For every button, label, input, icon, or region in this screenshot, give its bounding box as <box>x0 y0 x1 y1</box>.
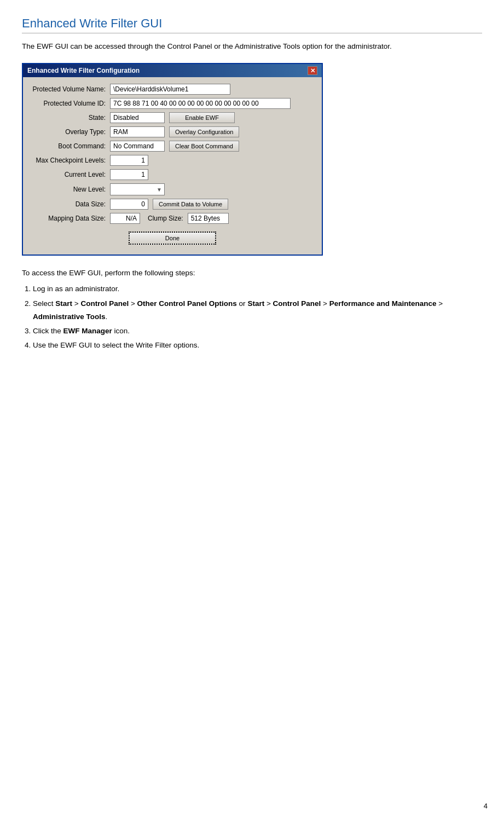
page-title: Enhanced Write Filter GUI <box>22 16 482 33</box>
overlay-configuration-button[interactable]: Overlay Configuration <box>169 126 239 137</box>
max-checkpoint-row: Max Checkpoint Levels: <box>31 155 314 166</box>
mapping-data-size-input[interactable] <box>110 213 140 224</box>
mapping-data-size-label: Mapping Data Size: <box>31 215 110 222</box>
steps-intro: To access the EWF GUI, perform the follo… <box>22 269 482 277</box>
new-level-dropdown[interactable]: ▼ <box>110 183 165 195</box>
current-level-input[interactable] <box>110 169 148 180</box>
dialog-body: Protected Volume Name: Protected Volume … <box>23 77 322 255</box>
max-checkpoint-input[interactable] <box>110 155 148 166</box>
close-button[interactable]: ✕ <box>308 66 317 75</box>
overlay-type-input[interactable] <box>110 126 165 137</box>
ewf-dialog: Enhanced Write Filter Configuration ✕ Pr… <box>22 63 323 256</box>
new-level-row: New Level: ▼ <box>31 183 314 195</box>
protected-volume-id-row: Protected Volume ID: <box>31 98 314 109</box>
protected-volume-name-row: Protected Volume Name: <box>31 84 314 95</box>
protected-volume-name-input[interactable] <box>110 84 230 95</box>
chevron-down-icon: ▼ <box>157 187 162 193</box>
step-1: Log in as an administrator. <box>33 282 482 296</box>
state-row: State: Enable EWF <box>31 112 314 123</box>
max-checkpoint-label: Max Checkpoint Levels: <box>31 157 110 164</box>
current-level-row: Current Level: <box>31 169 314 180</box>
protected-volume-name-label: Protected Volume Name: <box>31 85 110 93</box>
step-3: Click the EWF Manager icon. <box>33 325 482 338</box>
new-level-label: New Level: <box>31 186 110 193</box>
overlay-type-controls: Overlay Configuration <box>110 126 239 137</box>
dialog-titlebar: Enhanced Write Filter Configuration ✕ <box>23 64 322 77</box>
overlay-type-row: Overlay Type: Overlay Configuration <box>31 126 314 137</box>
dialog-wrapper: Enhanced Write Filter Configuration ✕ Pr… <box>22 63 482 256</box>
overlay-type-label: Overlay Type: <box>31 128 110 136</box>
data-size-input[interactable] <box>110 199 148 210</box>
boot-command-label: Boot Command: <box>31 142 110 150</box>
data-size-label: Data Size: <box>31 200 110 208</box>
commit-data-button[interactable]: Commit Data to Volume <box>153 199 228 210</box>
mapping-clump-row: Mapping Data Size: Clump Size: <box>31 213 314 224</box>
state-input[interactable] <box>110 112 165 123</box>
protected-volume-id-input[interactable] <box>110 98 291 109</box>
current-level-label: Current Level: <box>31 171 110 178</box>
mapping-clump-controls: Clump Size: <box>110 213 229 224</box>
boot-command-row: Boot Command: Clear Boot Command <box>31 141 314 152</box>
done-button[interactable]: Done <box>129 232 216 245</box>
clump-size-label: Clump Size: <box>148 215 183 222</box>
step-2: Select Start > Control Panel > Other Con… <box>33 297 482 324</box>
boot-command-input[interactable] <box>110 141 165 152</box>
steps-list: Log in as an administrator. Select Start… <box>33 282 482 352</box>
clear-boot-command-button[interactable]: Clear Boot Command <box>169 141 239 152</box>
enable-ewf-button[interactable]: Enable EWF <box>169 112 235 123</box>
dialog-title: Enhanced Write Filter Configuration <box>27 67 308 74</box>
state-label: State: <box>31 114 110 122</box>
boot-command-controls: Clear Boot Command <box>110 141 239 152</box>
intro-paragraph: The EWF GUI can be accessed through the … <box>22 41 482 52</box>
data-size-controls: Commit Data to Volume <box>110 199 228 210</box>
clump-size-input[interactable] <box>188 213 229 224</box>
step-4: Use the EWF GUI to select the Write Filt… <box>33 339 482 352</box>
data-size-row: Data Size: Commit Data to Volume <box>31 199 314 210</box>
state-controls: Enable EWF <box>110 112 235 123</box>
protected-volume-id-label: Protected Volume ID: <box>31 100 110 107</box>
done-row: Done <box>31 232 314 245</box>
